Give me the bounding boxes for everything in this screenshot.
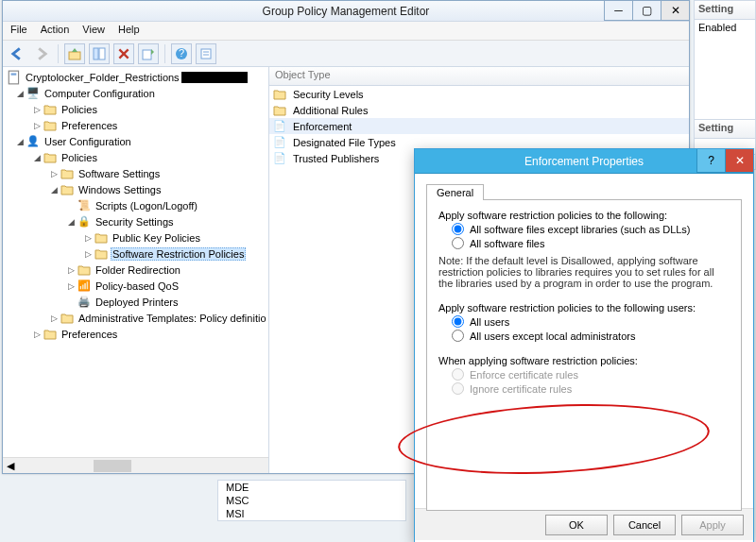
folder-icon [43, 103, 58, 116]
svg-rect-3 [143, 50, 151, 59]
menu-view[interactable]: View [82, 24, 105, 38]
expand-icon[interactable]: ▷ [82, 233, 94, 243]
side-header-setting-2[interactable]: Setting [695, 120, 755, 139]
list-column-header[interactable]: Object Type [269, 67, 689, 86]
tab-general[interactable]: General [426, 184, 484, 200]
folder-icon [43, 119, 58, 132]
tree-admin-templates[interactable]: ▷Administrative Templates: Policy defini… [5, 310, 268, 326]
group2-label: Apply software restriction policies to t… [438, 302, 730, 313]
menu-help[interactable]: Help [118, 24, 140, 38]
collapse-icon[interactable]: ◢ [14, 89, 26, 98]
folder-icon [60, 167, 75, 180]
expand-icon[interactable]: ▷ [65, 265, 77, 275]
expand-icon[interactable]: ▷ [31, 121, 43, 130]
expand-icon[interactable]: ▷ [48, 313, 60, 323]
tree-horizontal-scrollbar[interactable]: ◀ [3, 457, 268, 473]
expand-icon[interactable]: ▷ [31, 330, 43, 339]
help-icon[interactable]: ? [171, 43, 192, 64]
tree-security-settings[interactable]: ◢🔒Security Settings [5, 213, 268, 229]
maximize-button[interactable]: ▢ [632, 1, 661, 21]
minimize-button[interactable]: ─ [604, 1, 632, 21]
list-item-enforcement[interactable]: 📄Enforcement [269, 118, 689, 134]
tree-root[interactable]: Cryptolocker_Folder_Restrictions [5, 69, 268, 85]
group1-label: Apply software restriction policies to t… [438, 210, 730, 221]
tree-cc-preferences[interactable]: ▷Preferences [5, 117, 268, 133]
tree-software-settings[interactable]: ▷Software Settings [5, 165, 268, 181]
side-header-setting[interactable]: Setting [695, 1, 755, 20]
tree-scripts[interactable]: 📜Scripts (Logon/Logoff) [5, 197, 268, 213]
tree-uc-policies[interactable]: ◢Policies [5, 149, 268, 165]
tool-separator [164, 44, 165, 63]
back-button[interactable] [7, 43, 27, 64]
tree-deployed-printers[interactable]: 🖨️Deployed Printers [5, 294, 268, 310]
group3-label: When applying software restriction polic… [438, 355, 730, 366]
collapse-icon[interactable]: ◢ [14, 137, 26, 146]
show-hide-tree-icon[interactable] [89, 43, 110, 64]
expand-icon[interactable]: ▷ [48, 169, 60, 178]
scrollbar-thumb[interactable] [94, 460, 131, 472]
svg-rect-2 [99, 48, 105, 59]
gpme-titlebar[interactable]: Group Policy Management Editor ─ ▢ ✕ [3, 1, 689, 22]
radio-all-software-files[interactable]: All software files [452, 237, 730, 249]
menu-action[interactable]: Action [41, 24, 70, 38]
dialog-close-button[interactable]: ✕ [725, 149, 753, 173]
tool-separator [58, 44, 59, 63]
menubar: File Action View Help [3, 22, 689, 41]
tree-windows-settings[interactable]: ◢Windows Settings [5, 181, 268, 197]
expand-icon[interactable]: ▷ [65, 281, 77, 291]
export-icon[interactable] [138, 43, 159, 64]
tree-public-key-policies[interactable]: ▷Public Key Policies [5, 229, 268, 246]
svg-rect-0 [69, 52, 80, 59]
folder-icon [77, 263, 92, 277]
radio-all-users-except-admin[interactable]: All users except local administrators [452, 330, 730, 342]
user-icon: 👤 [26, 135, 41, 148]
svg-rect-1 [94, 48, 98, 59]
expand-icon[interactable]: ▷ [31, 105, 43, 114]
tree-qos[interactable]: ▷📶Policy-based QoS [5, 278, 268, 294]
dialog-help-button[interactable]: ? [696, 149, 725, 173]
side-value-enabled: Enabled [695, 20, 755, 35]
list-item[interactable]: MDE [218, 481, 405, 494]
radio-all-users[interactable]: All users [452, 315, 730, 328]
folder-icon [43, 151, 58, 164]
folder-icon [272, 104, 287, 117]
navigation-tree[interactable]: Cryptolocker_Folder_Restrictions ◢🖥️Comp… [3, 67, 269, 473]
properties-icon[interactable] [196, 43, 216, 64]
cancel-button[interactable]: Cancel [613, 515, 676, 535]
expand-icon[interactable]: ▷ [82, 249, 94, 259]
qos-icon: 📶 [77, 279, 92, 293]
forward-button[interactable] [31, 43, 52, 64]
up-icon[interactable] [64, 43, 85, 64]
policy-icon [7, 71, 22, 84]
delete-icon[interactable] [113, 43, 134, 64]
list-item-security-levels[interactable]: Security Levels [269, 86, 689, 102]
collapse-icon[interactable]: ◢ [31, 153, 43, 162]
tree-cc-policies[interactable]: ▷Policies [5, 101, 268, 117]
menu-file[interactable]: File [10, 24, 27, 38]
page-icon: 📄 [272, 120, 287, 133]
dialog-titlebar[interactable]: Enforcement Properties ? ✕ [415, 149, 753, 174]
window-title: Group Policy Management Editor [7, 5, 685, 18]
tree-uc-preferences[interactable]: ▷Preferences [5, 326, 268, 342]
collapse-icon[interactable]: ◢ [65, 217, 77, 227]
page-icon: 📄 [272, 136, 287, 149]
tree-user-configuration[interactable]: ◢👤User Configuration [5, 133, 268, 149]
computer-icon: 🖥️ [26, 87, 41, 100]
tree-folder-redirection[interactable]: ▷Folder Redirection [5, 262, 268, 278]
close-button[interactable]: ✕ [661, 1, 689, 21]
apply-button[interactable]: Apply [681, 515, 744, 535]
note-text: Note: If the default level is Disallowed… [438, 255, 730, 289]
list-item[interactable]: MSC [218, 494, 405, 507]
background-list[interactable]: MDE MSC MSI [217, 480, 406, 521]
ok-button[interactable]: OK [545, 515, 608, 535]
folder-icon [60, 183, 75, 196]
script-icon: 📜 [77, 199, 92, 212]
tree-computer-configuration[interactable]: ◢🖥️Computer Configuration [5, 85, 268, 101]
radio-ignore-cert-rules: Ignore certificate rules [452, 382, 730, 395]
radio-all-except-libraries[interactable]: All software files except libraries (suc… [452, 223, 730, 235]
list-item-additional-rules[interactable]: Additional Rules [269, 102, 689, 118]
collapse-icon[interactable]: ◢ [48, 185, 60, 195]
tree-software-restriction-policies[interactable]: ▷Software Restriction Policies [5, 246, 268, 262]
list-item[interactable]: MSI [218, 507, 405, 520]
folder-icon [94, 231, 109, 245]
